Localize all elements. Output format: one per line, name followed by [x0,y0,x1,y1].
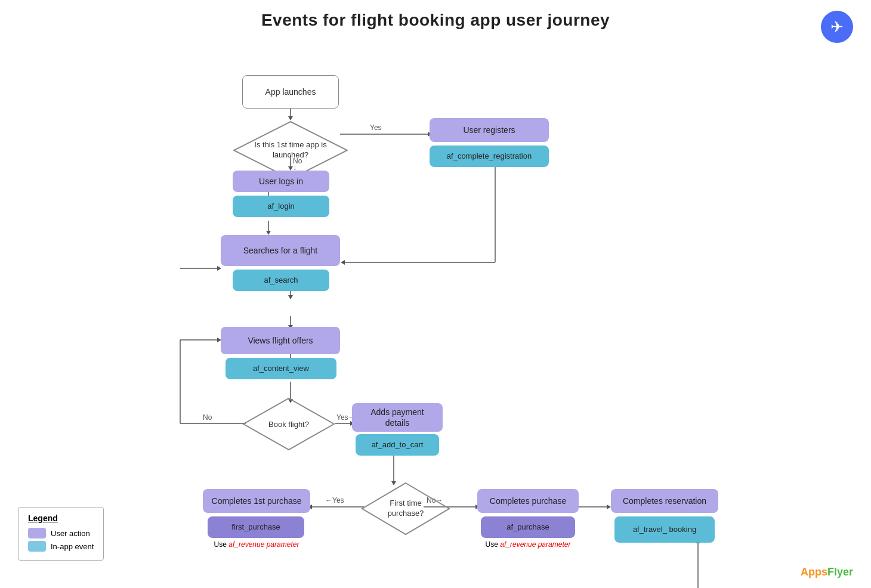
book-flight-diamond: Book flight? [242,397,335,451]
legend-swatch-in-app-event [28,541,46,552]
svg-marker-45 [607,505,611,509]
af-complete-registration-box: af_complete_registration [430,146,549,167]
svg-text:No: No [203,413,212,422]
appsflyer-logo: AppsFlyer [801,566,853,578]
legend-user-action: User action [28,528,94,539]
app-launches-box: App launches [242,75,339,109]
page-title: Events for flight booking app user journ… [0,0,871,30]
svg-text:Yes: Yes [370,123,382,132]
svg-text:←Yes: ←Yes [325,496,344,505]
first-purchase-box: first_purchase [208,516,304,538]
legend-in-app-event: In-app event [28,541,94,552]
use-af-revenue-2: Use af_revenue parameter [477,540,579,549]
svg-marker-17 [288,295,293,299]
svg-marker-15 [341,260,345,265]
svg-marker-1 [288,116,293,120]
first-time-purchase-diamond: First timepurchase? [361,482,450,536]
af-purchase-box: af_purchase [481,516,575,538]
adds-payment-box: Adds payment details [352,403,443,432]
af-content-view-box: af_content_view [226,358,336,379]
af-search-box: af_search [233,270,329,291]
user-registers-box: User registers [430,118,549,142]
af-travel-booking-box: af_travel_ booking [614,516,715,543]
af-login-box: af_login [233,196,329,217]
svg-marker-33 [217,266,221,271]
use-af-revenue-1: Use af_revenue parameter [203,540,310,549]
searches-flight-box: Searches for a flight [221,235,340,266]
views-offers-box: Views flight offers [221,327,340,354]
completes-reservation-box: Completes reservation [611,489,718,513]
svg-marker-12 [266,231,271,235]
af-add-to-cart-box: af_add_to_cart [356,434,439,456]
legend: Legend User action In-app event [18,507,104,561]
legend-swatch-user-action [28,528,46,539]
completes-1st-purchase-box: Completes 1st purchase [203,489,310,513]
user-logs-in-box: User logs in [233,171,329,192]
completes-purchase-box: Completes purchase [477,489,579,513]
legend-title: Legend [28,513,94,523]
diagram: No ↓ Yes Yes→ [0,30,871,588]
